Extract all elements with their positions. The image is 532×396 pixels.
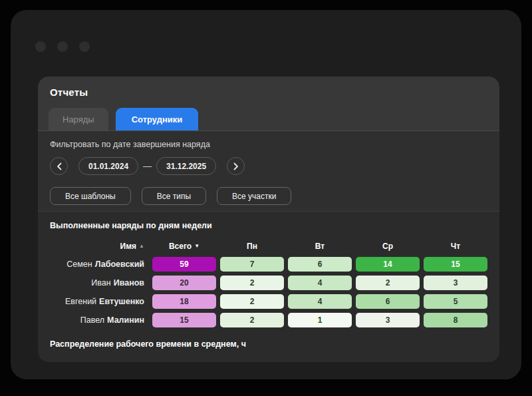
heatmap-cell: 20 — [152, 276, 216, 290]
heatmap-cell: 3 — [356, 313, 420, 327]
window-control-dot — [35, 41, 46, 52]
column-header-wed: Ср — [356, 240, 420, 253]
chevron-left-icon — [57, 162, 62, 170]
tab-sotrudniki[interactable]: Сотрудники — [116, 108, 199, 130]
heatmap-cell: 8 — [424, 313, 487, 327]
weekday-report-table: Имя ▲ Всего ▼ Пн Вт Ср Чт СеменЛабоевски… — [50, 240, 487, 327]
window-control-dot — [79, 41, 90, 52]
date-from-button[interactable]: 01.01.2024 — [78, 157, 138, 175]
column-header-mon: Пн — [220, 240, 284, 253]
heatmap-cell: 59 — [152, 257, 216, 272]
filter-types-button[interactable]: Все типы — [142, 187, 206, 205]
column-header-label: Имя — [120, 242, 137, 251]
heatmap-cell: 2 — [220, 313, 284, 327]
tab-bar: Наряды Сотрудники — [49, 108, 198, 130]
column-header-total[interactable]: Всего ▼ — [152, 240, 216, 253]
heatmap-cell: 7 — [220, 257, 284, 272]
screen-background: Отчеты Наряды Сотрудники Фильтровать по … — [0, 0, 532, 396]
employee-name: СеменЛабоевский — [50, 260, 148, 269]
heatmap-cell: 4 — [288, 276, 352, 290]
sort-asc-icon: ▲ — [139, 244, 144, 249]
filter-sites-button[interactable]: Все участки — [217, 187, 291, 205]
date-range-row: 01.01.2024 — 31.12.2025 — [50, 157, 487, 175]
heatmap-cell: 15 — [424, 257, 487, 272]
heatmap-cell: 1 — [288, 313, 352, 327]
heatmap-cell: 3 — [424, 276, 487, 290]
employee-name: ПавелМалинин — [50, 315, 148, 325]
heatmap-cell: 6 — [356, 294, 420, 309]
heatmap-cell: 6 — [288, 257, 352, 272]
filter-section: Фильтровать по дате завершения наряда 01… — [38, 131, 499, 212]
heatmap-cell: 2 — [220, 276, 284, 290]
window-control-dot — [57, 41, 68, 52]
window-controls — [35, 41, 90, 52]
heatmap-cell: 2 — [356, 276, 420, 290]
next-section-title: Распределение рабочего времени в среднем… — [50, 339, 487, 349]
panel-header: Отчеты Наряды Сотрудники — [38, 77, 499, 131]
prev-period-button[interactable] — [50, 157, 68, 175]
employee-name: ЕвгенийЕвтушенко — [50, 297, 148, 306]
heatmap-cell: 18 — [152, 294, 216, 309]
date-to-button[interactable]: 31.12.2025 — [156, 157, 216, 175]
heatmap-cell: 4 — [288, 294, 352, 309]
column-header-tue: Вт — [288, 240, 352, 253]
filter-label: Фильтровать по дате завершения наряда — [50, 140, 487, 149]
sort-desc-icon: ▼ — [194, 244, 200, 249]
section-title: Выполненные наряды по дням недели — [50, 221, 487, 230]
heatmap-cell: 15 — [152, 313, 216, 327]
employee-name: ИванИванов — [50, 278, 148, 288]
tab-naryady[interactable]: Наряды — [49, 108, 108, 130]
date-range-separator: — — [143, 161, 152, 171]
heatmap-cell: 2 — [220, 294, 284, 309]
column-header-thu: Чт — [424, 240, 487, 253]
column-header-label: Всего — [169, 242, 192, 251]
filter-templates-button[interactable]: Все шаблоны — [50, 187, 131, 205]
heatmap-cell: 5 — [424, 294, 487, 309]
app-window: Отчеты Наряды Сотрудники Фильтровать по … — [11, 10, 521, 379]
column-header-name[interactable]: Имя ▲ — [50, 240, 148, 253]
heatmap-cell: 14 — [356, 257, 420, 272]
report-table-section: Выполненные наряды по дням недели Имя ▲ … — [38, 212, 499, 362]
filter-buttons-row: Все шаблоны Все типы Все участки — [50, 187, 487, 205]
chevron-right-icon — [233, 162, 239, 170]
page-title: Отчеты — [50, 87, 88, 98]
next-period-button[interactable] — [227, 157, 245, 175]
reports-panel: Отчеты Наряды Сотрудники Фильтровать по … — [38, 77, 499, 362]
